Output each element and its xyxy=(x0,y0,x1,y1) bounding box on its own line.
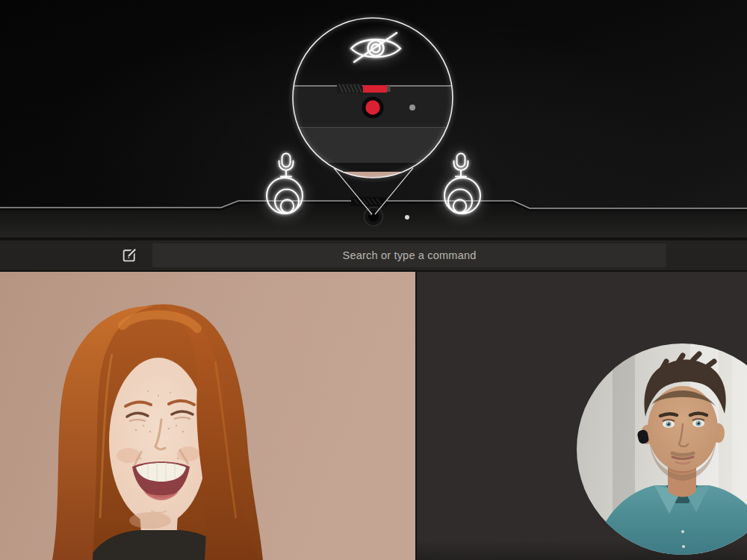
search-input[interactable]: Search or type a command xyxy=(152,243,666,267)
man-portrait xyxy=(577,343,747,555)
participant-avatar xyxy=(577,343,747,555)
screenshot-root: Search or type a command xyxy=(0,0,747,560)
hero-illustration xyxy=(0,0,747,240)
compose-button[interactable] xyxy=(118,246,140,266)
webcam-status-dot xyxy=(405,215,409,220)
video-call-area xyxy=(0,272,747,560)
search-placeholder: Search or type a command xyxy=(343,249,477,261)
teams-top-bar-wrap: Search or type a command xyxy=(0,237,747,272)
participant-panel xyxy=(415,272,747,560)
woman-portrait xyxy=(0,272,415,560)
teams-top-bar: Search or type a command xyxy=(0,240,747,270)
status-dot-magnified xyxy=(409,105,415,111)
shutter-red-indicator xyxy=(363,85,387,93)
participant-video-tile xyxy=(0,272,415,560)
compose-icon xyxy=(121,247,137,264)
